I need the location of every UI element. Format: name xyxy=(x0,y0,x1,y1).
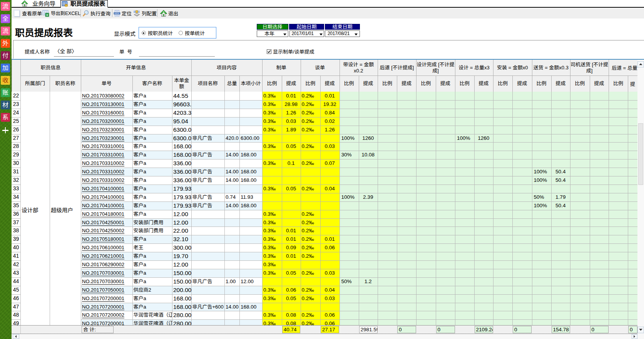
svg-text:x: x xyxy=(46,13,48,17)
